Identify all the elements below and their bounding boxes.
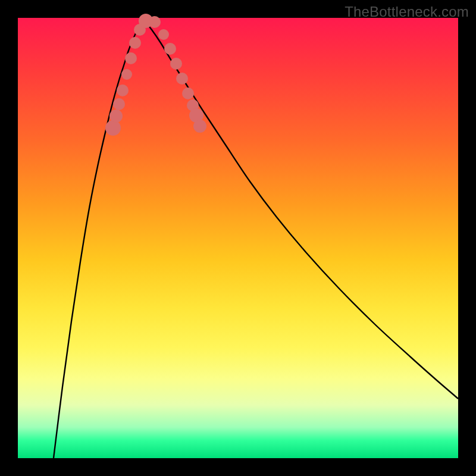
data-marker (193, 120, 206, 133)
data-marker (176, 73, 188, 84)
data-marker (182, 87, 194, 99)
chart-svg (18, 18, 458, 458)
data-marker (129, 37, 141, 49)
plot-area (18, 18, 458, 458)
data-marker (170, 58, 182, 70)
chart-frame: TheBottleneck.com (0, 0, 476, 476)
curve-right-branch (144, 20, 458, 399)
data-marker (149, 16, 161, 28)
data-marker (117, 84, 129, 96)
curve-left-branch (54, 20, 144, 458)
data-marker (113, 98, 125, 110)
data-marker (121, 69, 132, 80)
data-marker (125, 52, 137, 64)
data-marker (105, 120, 121, 136)
data-marker (158, 29, 169, 40)
data-marker (109, 109, 123, 123)
data-marker (164, 43, 176, 55)
